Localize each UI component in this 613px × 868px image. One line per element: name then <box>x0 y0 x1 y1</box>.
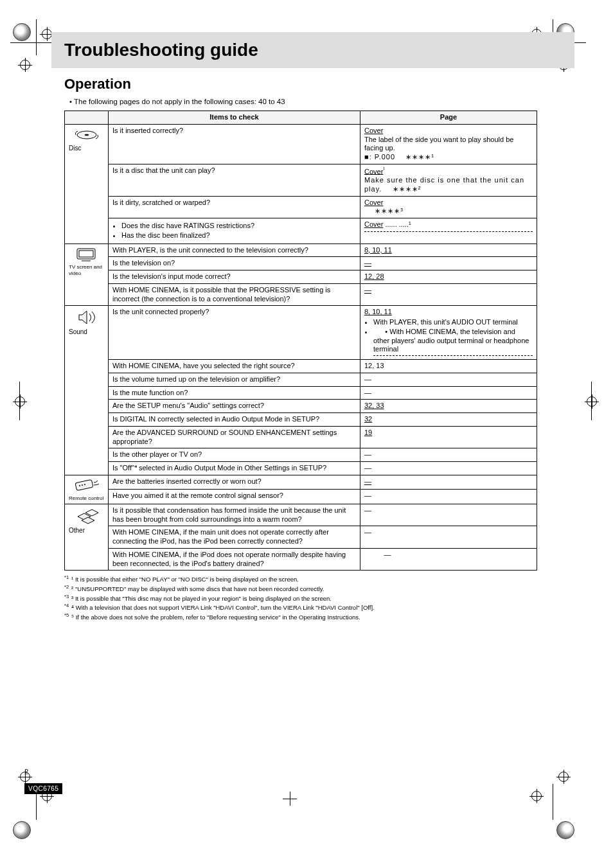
category-other-cell: Other <box>65 504 109 571</box>
svg-rect-3 <box>79 251 93 257</box>
table-cell-item: Are the SETUP menu's "Audio" settings co… <box>109 400 360 413</box>
category-tv-cell: TV screen and video <box>65 244 109 306</box>
category-sound-label: Sound <box>69 328 104 337</box>
svg-point-5 <box>79 485 80 486</box>
svg-point-1 <box>84 134 88 136</box>
table-cell-page: — <box>360 462 537 475</box>
table-cell-item: Have you aimed it at the remote control … <box>109 490 360 504</box>
hairline-mr <box>591 382 592 420</box>
list-item: With PLAYER, this unit's AUDIO OUT termi… <box>373 318 533 327</box>
svg-rect-4 <box>75 479 93 490</box>
category-remote-cell: Remote control <box>65 475 109 504</box>
category-disc-cell: Disc <box>65 124 109 244</box>
footnote-text: ⁴ With a television that does not suppor… <box>71 604 375 611</box>
hairline-tl-v <box>36 19 37 55</box>
table-cell-item: Is the unit connected properly? <box>109 306 360 360</box>
table-cell-item: With HOME CINEMA, is it possible that th… <box>109 283 360 306</box>
table-cell-item: Is "Off"⁴ selected in Audio Output Mode … <box>109 462 360 475</box>
table-cell-page: 12, 28 <box>360 270 537 284</box>
table-cell-page: — <box>360 386 537 400</box>
table-cell-item: Is it inserted correctly? <box>109 124 360 164</box>
sheet-label: VQC6765 <box>24 783 62 794</box>
section-subtitle: Operation <box>64 76 562 93</box>
title-bar: Troubleshooting guide <box>51 32 574 68</box>
print-corner-br <box>556 821 574 839</box>
page-number: 2 <box>24 768 28 775</box>
reg-mark-tl2 <box>18 58 32 72</box>
list-item: Does the disc have RATINGS restrictions? <box>121 222 356 231</box>
col-header-blank <box>65 111 109 125</box>
table-cell-page: Cover ∗∗∗∗³ <box>360 196 537 218</box>
footnote-text: ⁵ If the above does not solve the proble… <box>71 614 360 621</box>
svg-point-6 <box>82 484 83 486</box>
hairline-ml <box>19 382 20 420</box>
table-cell-page: Cover ...... .....¹ <box>360 218 537 244</box>
table-cell-page: 8, 10, 11 <box>360 244 537 257</box>
table-cell-item: Is it possible that condensation has for… <box>109 504 360 526</box>
table-cell-page: — <box>360 283 537 306</box>
table-cell-item: Is the television's input mode correct? <box>109 270 360 284</box>
category-sound-cell: Sound <box>65 306 109 475</box>
tv-icon <box>74 246 100 263</box>
table-cell-page: — <box>360 373 537 386</box>
table-cell-item: Does the disc have RATINGS restrictions?… <box>109 218 360 244</box>
table-cell-item: Is the television on? <box>109 257 360 270</box>
lead-note-text: The following pages do not apply in the … <box>74 98 285 105</box>
table-cell-item: Is it a disc that the unit can play? <box>109 164 360 196</box>
disc-icon <box>74 127 100 143</box>
table-cell-item: Is the other player or TV on? <box>109 448 360 462</box>
remote-icon <box>73 477 100 494</box>
table-cell-page: Cover¹ Make sure the disc is one that th… <box>360 164 537 196</box>
table-cell-page: 12, 13 <box>360 360 537 373</box>
table-cell-item: With HOME CINEMA, if the iPod does not o… <box>109 548 360 571</box>
speaker-icon <box>74 308 100 327</box>
table-cell-page: Cover The label of the side you want to … <box>360 124 537 164</box>
table-cell-page: — <box>360 504 537 526</box>
category-tv-label: TV screen and video <box>69 264 104 277</box>
table-cell-item: Are the ADVANCED SURROUND or SOUND ENHAN… <box>109 426 360 448</box>
blocks-icon <box>74 506 100 526</box>
footnote-text: ¹ It is possible that either "NO PLAY" o… <box>71 576 299 583</box>
page-title: Troubleshooting guide <box>64 40 258 60</box>
reg-mark-ml <box>13 394 27 409</box>
table-cell-page: 8, 10, 11 With PLAYER, this unit's AUDIO… <box>360 306 537 360</box>
table-cell-item: With PLAYER, is the unit connected to th… <box>109 244 360 257</box>
table-cell-item: Is it dirty, scratched or warped? <box>109 196 360 218</box>
table-cell-item: Is the mute function on? <box>109 386 360 400</box>
print-corner-bl <box>13 821 31 839</box>
footnote-text: ³ It is possible that "This disc may not… <box>71 595 332 602</box>
list-item: • With HOME CINEMA, the television and o… <box>373 328 533 356</box>
table-cell-item: With HOME CINEMA, if the main unit does … <box>109 526 360 549</box>
table-cell-page: 32 <box>360 413 537 427</box>
hairline-tl-h <box>10 42 55 43</box>
troubleshooting-table: Items to check Page Disc Is it inserted … <box>64 111 537 571</box>
lead-note: • The following pages do not apply in th… <box>69 98 562 105</box>
category-other-label: Other <box>69 527 104 535</box>
footnote-text: ² "UNSUPPORTED" may be displayed with so… <box>71 585 324 592</box>
list-item: Has the disc been finalized? <box>121 231 356 240</box>
category-disc-label: Disc <box>69 145 104 153</box>
col-header-items: Items to check <box>109 111 360 125</box>
print-corner-tl <box>13 23 31 41</box>
table-cell-page: — <box>360 526 537 549</box>
table-cell-item: Is the volume turned up on the televisio… <box>109 373 360 386</box>
table-cell-page: — <box>360 548 537 571</box>
reg-mark-mr <box>585 394 599 409</box>
table-cell-page: — <box>360 448 537 462</box>
table-cell-page: — <box>360 490 537 504</box>
table-cell-item: Are the batteries inserted correctly or … <box>109 475 360 490</box>
footnotes: *1¹ It is possible that either "NO PLAY"… <box>64 574 562 621</box>
svg-point-7 <box>84 484 85 485</box>
table-cell-page: — <box>360 257 537 270</box>
col-header-page: Page <box>360 111 537 125</box>
table-cell-page: 19 <box>360 426 537 448</box>
table-cell-item: With HOME CINEMA, have you selected the … <box>109 360 360 373</box>
table-cell-page: — <box>360 475 537 490</box>
table-cell-page: 32, 33 <box>360 400 537 413</box>
table-cell-item: Is DIGITAL IN correctly selected in Audi… <box>109 413 360 427</box>
category-remote-label: Remote control <box>69 495 104 502</box>
